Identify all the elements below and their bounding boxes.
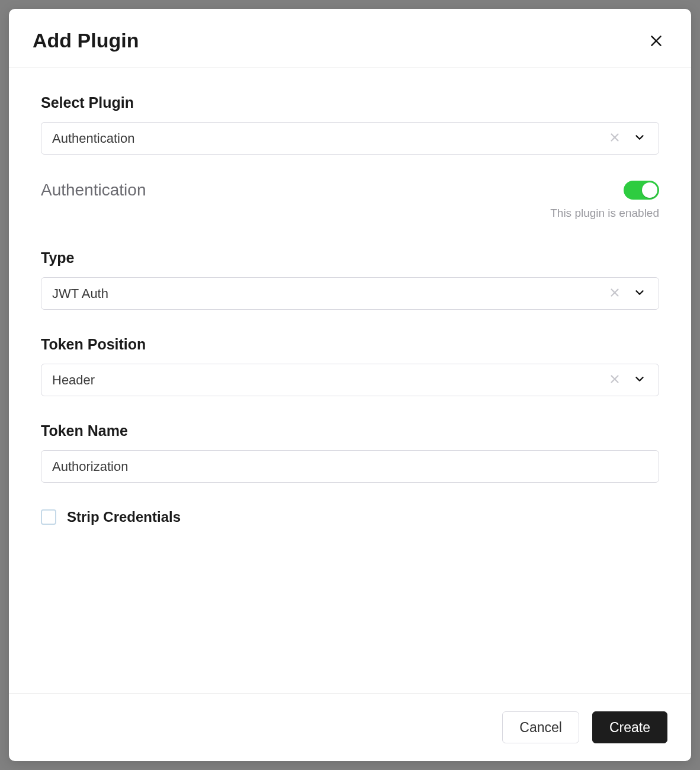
chevron-down-icon[interactable] — [631, 370, 653, 390]
chevron-down-icon[interactable] — [631, 284, 653, 304]
chevron-down-icon[interactable] — [631, 129, 653, 149]
cancel-button[interactable]: Cancel — [502, 711, 579, 743]
modal-body: Select Plugin Authentication — [9, 68, 691, 693]
plugin-name-heading: Authentication — [41, 181, 146, 200]
type-value[interactable] — [41, 277, 659, 310]
token-position-icons — [606, 364, 653, 396]
token-name-label: Token Name — [41, 422, 659, 439]
field-type: Type — [41, 249, 659, 310]
select-plugin-select[interactable] — [41, 122, 659, 155]
token-name-input[interactable] — [41, 450, 659, 483]
modal-footer: Cancel Create — [9, 693, 691, 761]
token-position-select[interactable] — [41, 364, 659, 396]
field-token-name: Token Name — [41, 422, 659, 483]
clear-icon[interactable] — [606, 129, 624, 149]
type-label: Type — [41, 249, 659, 267]
field-select-plugin: Select Plugin — [41, 94, 659, 155]
toggle-knob — [642, 182, 657, 198]
modal-header: Add Plugin — [9, 9, 691, 68]
add-plugin-modal: Add Plugin Select Plugin — [9, 9, 691, 761]
clear-icon[interactable] — [606, 370, 624, 390]
enabled-caption: This plugin is enabled — [550, 207, 659, 220]
modal-title: Add Plugin — [33, 29, 139, 52]
token-position-value[interactable] — [41, 364, 659, 396]
enabled-toggle[interactable] — [624, 181, 659, 200]
toggle-column: This plugin is enabled — [550, 181, 659, 220]
select-plugin-icons — [606, 122, 653, 155]
plugin-enabled-row: Authentication This plugin is enabled — [41, 181, 659, 220]
create-button[interactable]: Create — [592, 711, 667, 743]
token-position-label: Token Position — [41, 336, 659, 353]
strip-credentials-label: Strip Credentials — [67, 509, 181, 525]
select-plugin-value[interactable] — [41, 122, 659, 155]
clear-icon[interactable] — [606, 284, 624, 304]
field-strip-credentials: Strip Credentials — [41, 509, 659, 525]
close-button[interactable] — [645, 30, 667, 52]
type-select[interactable] — [41, 277, 659, 310]
select-plugin-label: Select Plugin — [41, 94, 659, 111]
close-icon — [648, 33, 664, 49]
type-icons — [606, 277, 653, 310]
strip-credentials-checkbox[interactable] — [41, 509, 56, 525]
field-token-position: Token Position — [41, 336, 659, 396]
